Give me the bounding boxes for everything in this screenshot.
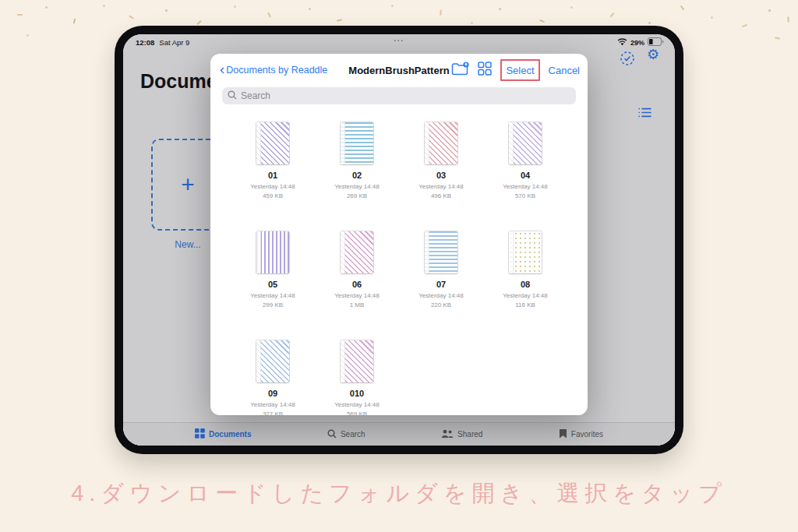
- search-bar[interactable]: [222, 87, 576, 104]
- file-item[interactable]: 09 Yesterday 14:48 327 KB: [231, 340, 315, 415]
- file-size: 299 KB: [263, 301, 283, 308]
- file-name: 03: [436, 171, 446, 180]
- file-date: Yesterday 14:48: [250, 292, 295, 299]
- back-button[interactable]: ‹ Documents by Readdle: [220, 65, 327, 76]
- file-item[interactable]: 07 Yesterday 14:48 220 KB: [399, 231, 483, 340]
- file-size: 459 KB: [263, 192, 283, 199]
- cancel-button[interactable]: Cancel: [549, 65, 580, 76]
- file-name: 09: [268, 389, 277, 398]
- tutorial-page: 12:08 Sat Apr 9 ··· 29% Documents: [0, 0, 798, 532]
- file-item[interactable]: 06 Yesterday 14:48 1 MB: [315, 231, 399, 340]
- file-item[interactable]: 02 Yesterday 14:48 269 KB: [315, 122, 399, 231]
- search-icon: [228, 89, 237, 103]
- file-name: 010: [350, 389, 364, 398]
- file-item[interactable]: 08 Yesterday 14:48 116 KB: [483, 231, 567, 340]
- modal-title: ModernBrushPattern: [348, 54, 449, 86]
- file-thumbnail: [341, 340, 373, 382]
- file-name: 01: [268, 171, 277, 180]
- chevron-left-icon: ‹: [220, 65, 224, 74]
- select-button[interactable]: Select: [506, 65, 534, 76]
- tutorial-caption: 4.ダウンロードしたフォルダを開き、選択をタップ: [0, 478, 798, 509]
- file-size: 496 KB: [431, 192, 451, 199]
- file-thumbnail: [425, 122, 457, 164]
- file-date: Yesterday 14:48: [418, 292, 464, 299]
- file-item[interactable]: 010 Yesterday 14:48 569 KB: [315, 340, 399, 415]
- file-name: 02: [352, 171, 362, 180]
- file-thumbnail: [256, 231, 289, 273]
- file-item[interactable]: 04 Yesterday 14:48 570 KB: [483, 122, 567, 231]
- file-size: 220 KB: [431, 301, 451, 308]
- file-date: Yesterday 14:48: [334, 292, 380, 299]
- file-size: 569 KB: [347, 410, 367, 415]
- file-name: 06: [352, 280, 362, 289]
- file-date: Yesterday 14:48: [503, 183, 548, 190]
- file-name: 08: [521, 280, 530, 289]
- search-input[interactable]: [241, 90, 570, 101]
- ipad-frame: 12:08 Sat Apr 9 ··· 29% Documents: [115, 26, 683, 454]
- file-name: 05: [268, 280, 277, 289]
- file-thumbnail: [256, 122, 289, 164]
- file-item[interactable]: 01 Yesterday 14:48 459 KB: [231, 122, 315, 231]
- ipad-screen: 12:08 Sat Apr 9 ··· 29% Documents: [123, 34, 675, 446]
- file-date: Yesterday 14:48: [334, 401, 380, 408]
- back-button-label: Documents by Readdle: [226, 65, 327, 76]
- file-size: 269 KB: [347, 192, 367, 199]
- new-folder-icon[interactable]: [451, 62, 469, 79]
- file-thumbnail: [425, 231, 457, 273]
- file-thumbnail: [256, 340, 289, 382]
- file-size: 570 KB: [515, 192, 535, 199]
- file-item[interactable]: 03 Yesterday 14:48 496 KB: [399, 122, 483, 231]
- folder-picker-modal: ‹ Documents by Readdle ModernBrushPatter…: [210, 54, 588, 415]
- file-size: 116 KB: [515, 301, 535, 308]
- file-name: 04: [521, 171, 530, 180]
- file-thumbnail: [509, 231, 542, 273]
- file-thumbnail: [341, 122, 373, 164]
- file-name: 07: [436, 280, 446, 289]
- file-grid: 01 Yesterday 14:48 459 KB 02 Yesterday 1…: [231, 122, 567, 415]
- file-thumbnail: [509, 122, 542, 164]
- file-item[interactable]: 05 Yesterday 14:48 299 KB: [231, 231, 315, 340]
- file-date: Yesterday 14:48: [503, 292, 548, 299]
- select-highlight-annotation: Select: [500, 59, 539, 81]
- file-date: Yesterday 14:48: [250, 183, 295, 190]
- file-date: Yesterday 14:48: [334, 183, 380, 190]
- grid-view-toggle-icon[interactable]: [478, 62, 492, 79]
- file-size: 327 KB: [263, 410, 283, 415]
- file-date: Yesterday 14:48: [418, 183, 464, 190]
- file-size: 1 MB: [350, 301, 365, 308]
- file-thumbnail: [341, 231, 373, 273]
- modal-header: ‹ Documents by Readdle ModernBrushPatter…: [210, 54, 588, 86]
- file-date: Yesterday 14:48: [250, 401, 295, 408]
